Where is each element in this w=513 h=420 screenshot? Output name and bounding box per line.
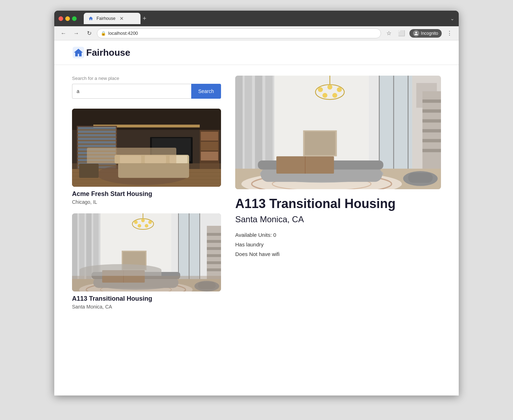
svg-rect-72 — [92, 272, 180, 279]
listing-name-1: Acme Fresh Start Housing — [72, 190, 221, 198]
tab-list-chevron-icon[interactable]: ⌄ — [450, 16, 454, 21]
listing-image-1 — [72, 109, 221, 187]
svg-rect-74 — [198, 282, 216, 289]
svg-rect-66 — [72, 279, 221, 291]
active-tab[interactable]: Fairhouse ✕ — [84, 13, 140, 24]
search-input[interactable] — [72, 84, 191, 99]
svg-rect-64 — [207, 261, 221, 264]
svg-rect-23 — [72, 169, 221, 187]
logo-text: Fairhouse — [86, 47, 130, 58]
right-column: A113 Transitional Housing Santa Monica, … — [235, 76, 441, 310]
svg-rect-32 — [145, 156, 166, 163]
maximize-button[interactable] — [72, 16, 77, 21]
logo[interactable]: Fairhouse — [72, 46, 130, 59]
incognito-button[interactable]: Incognito — [409, 29, 442, 38]
listing-card-2[interactable]: A113 Transitional Housing Santa Monica, … — [72, 213, 221, 310]
listing-location-2: Santa Monica, CA — [72, 304, 221, 310]
svg-rect-75 — [102, 270, 145, 283]
close-button[interactable] — [59, 16, 63, 21]
svg-rect-124 — [305, 132, 335, 155]
bookmark-icon[interactable]: ☆ — [384, 28, 394, 38]
svg-rect-78 — [123, 252, 145, 269]
detail-location: Santa Monica, CA — [235, 214, 441, 224]
svg-point-55 — [141, 219, 145, 222]
page-header: Fairhouse — [54, 40, 459, 65]
svg-rect-40 — [93, 213, 99, 291]
address-bar[interactable]: 🔒 localhost:4200 — [97, 28, 381, 38]
svg-rect-108 — [423, 119, 441, 122]
address-text: localhost:4200 — [108, 31, 138, 36]
reload-button[interactable]: ↻ — [84, 28, 94, 38]
svg-rect-33 — [170, 156, 187, 163]
svg-point-100 — [318, 87, 323, 92]
search-form: Search — [72, 84, 221, 99]
listing-location-1: Chicago, IL — [72, 199, 221, 205]
svg-rect-63 — [207, 254, 221, 257]
svg-rect-62 — [207, 247, 221, 250]
lock-icon: 🔒 — [101, 31, 106, 36]
detail-available-units: Available Units: 0 — [235, 230, 441, 240]
listing-card-1[interactable]: Acme Fresh Start Housing Chicago, IL — [72, 109, 221, 205]
detail-title: A113 Transitional Housing — [235, 196, 441, 211]
svg-rect-20 — [201, 132, 218, 141]
svg-rect-37 — [72, 213, 77, 291]
svg-rect-106 — [423, 99, 441, 103]
svg-rect-38 — [79, 213, 84, 291]
svg-point-54 — [134, 220, 138, 224]
svg-rect-34 — [79, 164, 99, 178]
minimize-button[interactable] — [65, 16, 70, 21]
detail-wifi: Does Not have wifi — [235, 249, 441, 259]
page-content: Fairhouse Search for a new place Search — [54, 40, 459, 396]
svg-point-28 — [97, 164, 189, 185]
menu-icon[interactable]: ⋮ — [445, 28, 454, 38]
browser-titlebar: Fairhouse ✕ + ⌄ — [54, 11, 459, 26]
search-button[interactable]: Search — [191, 84, 221, 99]
svg-point-56 — [148, 220, 152, 224]
svg-point-67 — [79, 281, 193, 291]
listing-room-photo-2 — [72, 213, 221, 291]
tab-bar: Fairhouse ✕ + ⌄ — [84, 13, 454, 24]
tab-favicon-icon — [88, 16, 94, 21]
incognito-avatar-icon — [413, 30, 419, 37]
traffic-lights — [59, 16, 77, 21]
svg-rect-110 — [423, 139, 441, 142]
toolbar-actions: ☆ ⬜ Incognito ⋮ — [384, 28, 454, 38]
incognito-label: Incognito — [421, 31, 438, 36]
svg-point-103 — [322, 93, 327, 98]
forward-button[interactable]: → — [71, 28, 81, 38]
listing-image-2 — [72, 213, 221, 291]
listing-name-2: A113 Transitional Housing — [72, 295, 221, 302]
svg-rect-31 — [120, 156, 141, 163]
back-button[interactable]: ← — [59, 28, 68, 38]
svg-rect-111 — [423, 149, 441, 152]
svg-rect-39 — [86, 213, 92, 291]
svg-point-104 — [332, 93, 337, 98]
svg-point-68 — [86, 283, 186, 291]
svg-rect-21 — [201, 142, 218, 151]
svg-point-69 — [100, 285, 171, 291]
tab-title: Fairhouse — [96, 16, 115, 21]
page-main: Search for a new place Search — [54, 65, 459, 320]
listing-room-photo-1 — [72, 109, 221, 187]
left-column: Search for a new place Search — [72, 76, 221, 310]
detail-info: Available Units: 0 Has laundry Does Not … — [235, 230, 441, 259]
logo-icon — [72, 46, 85, 59]
svg-rect-71 — [93, 277, 178, 288]
new-tab-icon[interactable]: + — [143, 15, 147, 22]
svg-point-58 — [145, 224, 148, 228]
screen-cast-icon[interactable]: ⬜ — [397, 28, 407, 38]
svg-rect-61 — [207, 240, 221, 243]
svg-point-101 — [327, 84, 332, 89]
browser-window: Fairhouse ✕ + ⌄ ← → ↻ 🔒 localhost:4200 ☆… — [54, 11, 459, 396]
svg-rect-109 — [423, 129, 441, 132]
svg-rect-107 — [423, 109, 441, 113]
svg-point-73 — [194, 281, 219, 291]
tab-close-icon[interactable]: ✕ — [120, 16, 124, 21]
browser-toolbar: ← → ↻ 🔒 localhost:4200 ☆ ⬜ Incognito ⋮ — [54, 26, 459, 40]
svg-point-57 — [138, 224, 141, 228]
svg-point-102 — [337, 87, 342, 92]
svg-rect-120 — [408, 173, 433, 183]
svg-rect-60 — [207, 233, 221, 236]
search-label: Search for a new place — [72, 76, 221, 81]
detail-image — [235, 76, 441, 189]
